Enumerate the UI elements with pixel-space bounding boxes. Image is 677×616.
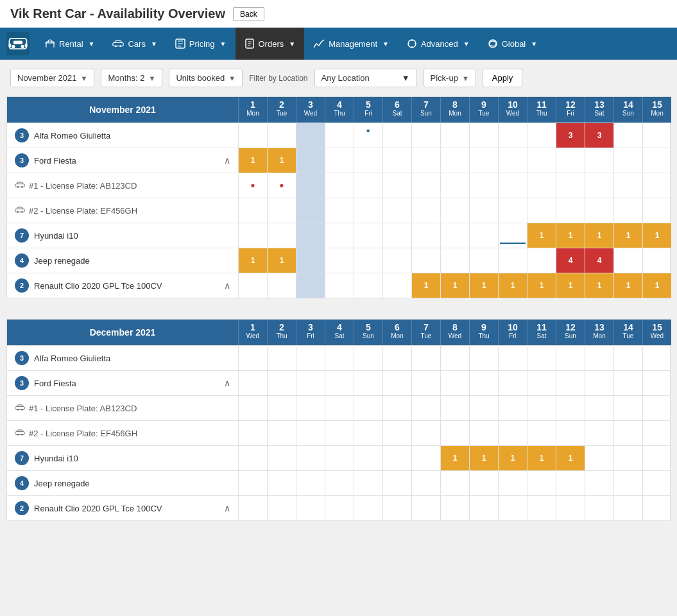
svg-point-26 — [21, 409, 23, 411]
calendar-cell — [325, 346, 354, 370]
calendar-cell — [556, 396, 585, 420]
calendar-cell — [585, 173, 613, 198]
calendar-cell — [238, 273, 267, 298]
nav-item-global[interactable]: Global ▼ — [479, 28, 546, 60]
calendar-cell — [382, 396, 411, 420]
calendar-cell — [238, 346, 267, 370]
calendar-cell: 1 — [642, 273, 671, 298]
calendar-row: #2 - License Plate: EF456GH — [7, 420, 670, 445]
nav-item-cars[interactable]: Cars ▼ — [103, 28, 166, 60]
svg-rect-27 — [15, 432, 25, 435]
calendar-cell — [354, 123, 382, 148]
calendar-cell — [527, 123, 556, 148]
location-select[interactable]: Any Location ▼ — [314, 69, 417, 87]
calendar-day-header: 1Wed — [238, 320, 267, 345]
calendar-cell — [354, 421, 382, 445]
page-title: Vik Rent Car - Availability Overview — [10, 6, 225, 21]
calendar-cell — [325, 223, 354, 248]
calendar-cell: 1 — [498, 446, 527, 470]
calendar-cell — [325, 396, 354, 420]
svg-rect-5 — [9, 44, 12, 47]
nav-item-management[interactable]: Management ▼ — [304, 28, 398, 60]
svg-point-28 — [17, 434, 19, 436]
calendar-cell — [296, 248, 325, 273]
row-label: 3Ford Fiesta∧ — [7, 371, 238, 395]
calendar-cell — [354, 273, 382, 298]
calendar-day-header: 8Mon — [440, 97, 469, 123]
expand-icon[interactable]: ∧ — [224, 155, 230, 166]
calendar-cell — [382, 446, 411, 470]
pricing-arrow: ▼ — [220, 40, 227, 47]
calendar-cell — [267, 396, 296, 420]
calendar-cell: 1 — [613, 223, 642, 248]
calendar-cell: 1 — [585, 273, 613, 298]
row-label: #1 - License Plate: AB123CD — [7, 396, 238, 420]
calendar-cell — [440, 198, 469, 223]
calendar-cell — [527, 148, 556, 173]
car-icon — [15, 403, 25, 413]
row-label: 4Jeep renegade — [7, 471, 238, 495]
calendar-cell — [498, 346, 527, 370]
management-arrow: ▼ — [382, 40, 389, 47]
expand-icon[interactable]: ∧ — [224, 503, 230, 513]
calendar-cell — [296, 273, 325, 298]
calendar-cell — [411, 346, 440, 370]
calendar-row: #1 - License Plate: AB123CD — [7, 395, 670, 420]
calendar-day-header: 2Tue — [267, 97, 296, 123]
calendar-day-header: 5Sun — [354, 320, 382, 345]
calendar-cell — [469, 371, 498, 395]
row-label: 3Ford Fiesta∧ — [7, 148, 238, 173]
filter-bar: November 2021 ▼ Months: 2 ▼ Units booked… — [0, 60, 677, 96]
months-select[interactable]: Months: 2 ▼ — [101, 69, 162, 87]
calendar-cell — [556, 148, 585, 173]
orders-arrow: ▼ — [289, 40, 295, 47]
calendar-cell — [296, 446, 325, 470]
nav-item-advanced[interactable]: Advanced ▼ — [398, 28, 479, 60]
calendar-cell: 1 — [440, 273, 469, 298]
calendar-day-header: 15Mon — [642, 97, 671, 123]
calendar-cell — [498, 471, 527, 495]
calendar-cell: 4 — [556, 248, 585, 273]
nav-item-rental[interactable]: Rental ▼ — [36, 28, 103, 60]
calendar-day-header: 10Fri — [498, 320, 527, 345]
calendar-cell — [325, 421, 354, 445]
svg-point-9 — [120, 45, 122, 47]
calendar-cell — [354, 346, 382, 370]
calendar-day-header: 6Mon — [382, 320, 411, 345]
calendar-cell — [469, 223, 498, 248]
calendar-day-header: 4Thu — [325, 97, 354, 123]
expand-icon[interactable]: ∧ — [224, 378, 230, 388]
month-select[interactable]: November 2021 ▼ — [10, 69, 94, 87]
calendar-cell — [440, 148, 469, 173]
nav-item-pricing[interactable]: Pricing ▼ — [166, 28, 236, 60]
calendar-cell — [469, 173, 498, 198]
row-name: #2 - License Plate: EF456GH — [29, 206, 137, 216]
calendar-cell — [613, 496, 642, 520]
nav-item-orders[interactable]: Orders ▼ — [236, 28, 305, 60]
calendar-row: 2Renault Clio 2020 GPL Tce 100CV∧ — [7, 495, 670, 520]
row-label: #1 - License Plate: AB123CD — [7, 173, 238, 198]
pickup-select[interactable]: Pick-up ▼ — [424, 69, 476, 87]
calendar-cell — [354, 173, 382, 198]
calendar-cell — [556, 346, 585, 370]
calendar-cell — [613, 123, 642, 148]
row-name: Jeep renegade — [34, 256, 90, 266]
page-header: Vik Rent Car - Availability Overview Bac… — [0, 0, 677, 28]
calendar-cell — [642, 496, 671, 520]
calendar-cell — [382, 248, 411, 273]
calendar-cell — [267, 421, 296, 445]
calendar-day-header: 9Tue — [469, 97, 498, 123]
calendar-cell — [469, 248, 498, 273]
calendar-cell — [498, 198, 527, 223]
calendar-cell — [527, 421, 556, 445]
calendar-day-header: 14Sun — [613, 97, 642, 123]
back-button[interactable]: Back — [233, 7, 264, 21]
apply-button[interactable]: Apply — [483, 69, 523, 87]
calendar-cell — [642, 123, 671, 148]
calendar-row: 7Hyundai i1011111 — [7, 445, 670, 470]
units-select[interactable]: Units booked ▼ — [169, 69, 243, 87]
row-label: #2 - License Plate: EF456GH — [7, 198, 238, 223]
svg-rect-21 — [15, 209, 25, 212]
expand-icon[interactable]: ∧ — [224, 280, 230, 291]
calendar-cell — [613, 421, 642, 445]
